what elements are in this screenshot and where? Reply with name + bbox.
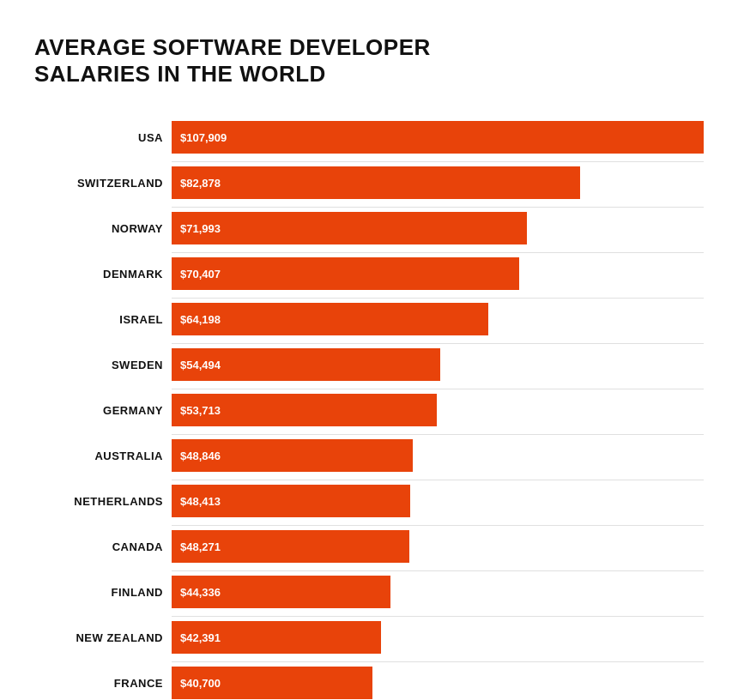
salary-value: $82,878 bbox=[180, 177, 221, 190]
page-wrapper: AVERAGE SOFTWARE DEVELOPER SALARIES IN T… bbox=[34, 34, 704, 700]
bar-area: $44,336 bbox=[172, 576, 704, 608]
bar-area: $48,846 bbox=[172, 439, 704, 472]
bar: $53,713 bbox=[172, 394, 437, 426]
bar: $71,993 bbox=[172, 212, 527, 244]
salary-value: $70,407 bbox=[180, 268, 221, 281]
bar-chart: USA$107,909SWITZERLAND$82,878NORWAY$71,9… bbox=[34, 118, 704, 700]
country-label: DENMARK bbox=[34, 268, 172, 281]
chart-title: AVERAGE SOFTWARE DEVELOPER SALARIES IN T… bbox=[34, 34, 704, 88]
bar-area: $53,713 bbox=[172, 394, 704, 426]
country-label: NEW ZEALAND bbox=[34, 631, 172, 644]
bar-area: $71,993 bbox=[172, 212, 704, 244]
chart-row: NEW ZEALAND$42,391 bbox=[34, 619, 704, 656]
country-label: NORWAY bbox=[34, 222, 172, 235]
chart-row: DENMARK$70,407 bbox=[34, 255, 704, 293]
salary-value: $71,993 bbox=[180, 222, 221, 235]
country-label: FRANCE bbox=[34, 677, 172, 690]
chart-row: GERMANY$53,713 bbox=[34, 391, 704, 429]
country-label: GERMANY bbox=[34, 404, 172, 417]
salary-value: $44,336 bbox=[180, 586, 221, 599]
salary-value: $48,846 bbox=[180, 450, 221, 462]
bar-area: $107,909 bbox=[172, 121, 704, 154]
salary-value: $48,413 bbox=[180, 495, 221, 508]
country-label: SWITZERLAND bbox=[34, 177, 172, 190]
chart-row: FRANCE$40,700 bbox=[34, 664, 704, 700]
bar-area: $42,391 bbox=[172, 621, 704, 654]
bar: $107,909 bbox=[172, 121, 704, 154]
chart-row: CANADA$48,271 bbox=[34, 528, 704, 565]
country-label: ISRAEL bbox=[34, 313, 172, 326]
bar: $64,198 bbox=[172, 303, 488, 335]
bar: $42,391 bbox=[172, 621, 381, 654]
country-label: CANADA bbox=[34, 540, 172, 553]
chart-row: AUSTRALIA$48,846 bbox=[34, 437, 704, 474]
bar-area: $54,494 bbox=[172, 348, 704, 381]
country-label: USA bbox=[34, 131, 172, 144]
country-label: NETHERLANDS bbox=[34, 495, 172, 508]
bar: $54,494 bbox=[172, 348, 440, 381]
bar-area: $70,407 bbox=[172, 257, 704, 290]
salary-value: $48,271 bbox=[180, 540, 221, 553]
chart-row: FINLAND$44,336 bbox=[34, 573, 704, 611]
chart-row: USA$107,909 bbox=[34, 118, 704, 156]
salary-value: $107,909 bbox=[180, 131, 227, 144]
bar: $48,413 bbox=[172, 485, 410, 517]
chart-row: NORWAY$71,993 bbox=[34, 209, 704, 247]
country-label: AUSTRALIA bbox=[34, 450, 172, 462]
bar: $40,700 bbox=[172, 667, 372, 699]
country-label: FINLAND bbox=[34, 586, 172, 599]
chart-row: SWITZERLAND$82,878 bbox=[34, 164, 704, 202]
bar-area: $48,271 bbox=[172, 530, 704, 563]
bar: $48,846 bbox=[172, 439, 413, 472]
bar: $70,407 bbox=[172, 257, 519, 290]
salary-value: $53,713 bbox=[180, 404, 221, 417]
salary-value: $54,494 bbox=[180, 359, 221, 371]
chart-row: NETHERLANDS$48,413 bbox=[34, 482, 704, 520]
salary-value: $64,198 bbox=[180, 313, 221, 326]
bar: $44,336 bbox=[172, 576, 390, 608]
salary-value: $42,391 bbox=[180, 631, 221, 644]
bar-area: $64,198 bbox=[172, 303, 704, 335]
bar-area: $48,413 bbox=[172, 485, 704, 517]
bar: $48,271 bbox=[172, 530, 409, 563]
chart-row: SWEDEN$54,494 bbox=[34, 346, 704, 383]
salary-value: $40,700 bbox=[180, 677, 221, 690]
bar-area: $40,700 bbox=[172, 667, 704, 699]
bar-area: $82,878 bbox=[172, 166, 704, 199]
country-label: SWEDEN bbox=[34, 359, 172, 371]
chart-row: ISRAEL$64,198 bbox=[34, 300, 704, 338]
bar: $82,878 bbox=[172, 166, 580, 199]
